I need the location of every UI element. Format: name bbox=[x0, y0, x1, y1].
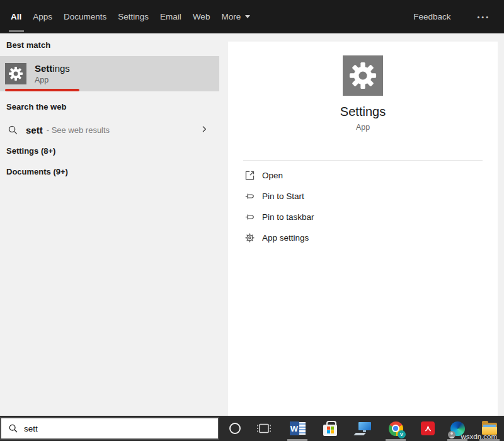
cortana-button[interactable] bbox=[221, 416, 249, 441]
web-suggestion-hint: - See web results bbox=[47, 125, 110, 135]
task-view-button[interactable] bbox=[250, 416, 278, 441]
search-input[interactable] bbox=[24, 424, 194, 433]
tab-all[interactable]: All bbox=[10, 0, 22, 33]
store-taskbar-button[interactable] bbox=[316, 416, 344, 441]
web-suggestion-row[interactable]: sett - See web results bbox=[0, 117, 219, 143]
search-filter-bar: All Apps Documents Settings Email Web Mo… bbox=[0, 0, 504, 33]
settings-gear-icon bbox=[5, 63, 26, 84]
group-header-documents[interactable]: Documents (9+) bbox=[6, 167, 68, 176]
active-tab-underline bbox=[9, 30, 24, 32]
red-annotation-underline bbox=[5, 89, 79, 91]
preview-area: Settings App Open bbox=[219, 33, 504, 416]
best-match-title: Settings bbox=[35, 63, 70, 74]
preview-app-title: Settings bbox=[228, 105, 498, 119]
pin-icon bbox=[244, 191, 255, 202]
v-badge-icon: V bbox=[398, 430, 406, 438]
tab-settings[interactable]: Settings bbox=[117, 0, 149, 33]
chevron-down-icon bbox=[245, 15, 250, 18]
tab-web[interactable]: Web bbox=[192, 0, 211, 33]
results-panel: Best match Settings App bbox=[0, 33, 219, 416]
feedback-button[interactable]: Feedback bbox=[413, 12, 450, 21]
search-icon bbox=[8, 423, 18, 433]
windows-search-flyout: All Apps Documents Settings Email Web Mo… bbox=[0, 0, 504, 441]
tab-email[interactable]: Email bbox=[159, 0, 182, 33]
word-icon: W bbox=[290, 421, 306, 435]
computer-icon bbox=[355, 421, 372, 436]
overflow-menu-icon[interactable]: ••• bbox=[477, 13, 490, 21]
acrobat-taskbar-button[interactable] bbox=[414, 416, 442, 441]
profile-avatar-badge bbox=[448, 431, 455, 438]
acrobat-icon bbox=[421, 421, 435, 435]
tab-more[interactable]: More bbox=[220, 0, 251, 33]
preview-app-subtitle: App bbox=[228, 123, 498, 132]
action-list: Open Pin to Start bbox=[228, 165, 498, 248]
best-match-text: Settings App bbox=[35, 63, 70, 84]
best-match-result-settings[interactable]: Settings App bbox=[0, 56, 219, 91]
action-app-settings[interactable]: App settings bbox=[228, 227, 498, 248]
search-icon bbox=[8, 125, 18, 135]
tab-apps[interactable]: Apps bbox=[32, 0, 53, 33]
open-icon bbox=[244, 170, 255, 181]
pc-taskbar-button[interactable] bbox=[349, 416, 377, 441]
taskbar-search-box[interactable] bbox=[0, 417, 219, 440]
search-web-header: Search the web bbox=[6, 102, 66, 112]
action-pin-to-start[interactable]: Pin to Start bbox=[228, 186, 498, 207]
group-header-settings[interactable]: Settings (8+) bbox=[6, 146, 55, 156]
task-view-icon bbox=[256, 421, 272, 436]
tab-documents[interactable]: Documents bbox=[63, 0, 107, 33]
watermark: wsxdn.com bbox=[461, 433, 497, 440]
preview-card: Settings App Open bbox=[228, 42, 498, 416]
pin-icon bbox=[244, 212, 255, 222]
tab-all-label: All bbox=[11, 12, 21, 21]
gear-outline-icon bbox=[244, 232, 255, 243]
cortana-icon bbox=[229, 423, 241, 434]
divider bbox=[243, 160, 483, 161]
chevron-right-icon[interactable] bbox=[199, 124, 209, 137]
settings-app-tile-gear-icon bbox=[343, 55, 383, 96]
word-taskbar-button[interactable]: W bbox=[284, 416, 311, 441]
action-pin-to-taskbar[interactable]: Pin to taskbar bbox=[228, 207, 498, 227]
best-match-header: Best match bbox=[6, 40, 50, 50]
action-open[interactable]: Open bbox=[228, 165, 498, 186]
taskbar: W V bbox=[0, 416, 504, 441]
chrome-taskbar-button[interactable]: V bbox=[382, 416, 410, 441]
best-match-subtitle: App bbox=[35, 76, 70, 84]
web-suggestion-query: sett bbox=[26, 125, 43, 135]
microsoft-store-icon bbox=[323, 425, 337, 436]
